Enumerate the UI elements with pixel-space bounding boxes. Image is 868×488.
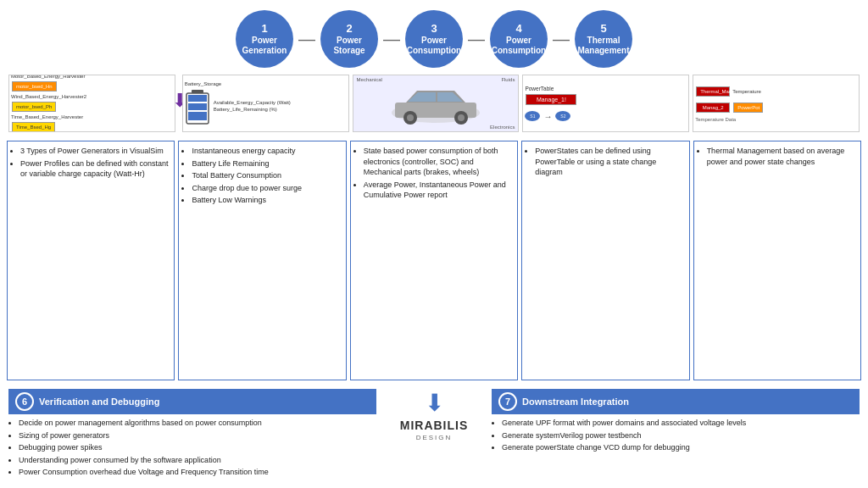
thermal-block-1: Thermal_Manag. <box>696 86 730 97</box>
svg-rect-3 <box>188 103 207 110</box>
sim-container-5: Thermal_Manag. Temperature Manag_2 Power… <box>693 84 859 124</box>
thermal-row: Thermal_Manag. Temperature <box>695 86 857 97</box>
svg-point-13 <box>458 114 465 121</box>
thermal-row-2: Manag_2 PowerPot <box>695 102 857 114</box>
svg-rect-4 <box>188 112 207 120</box>
node-1: 1 PowerGeneration <box>236 10 293 68</box>
node-3: 3 PowerConsumption <box>405 10 463 68</box>
diag-box-5: Thermal_Manag. Temperature Manag_2 Power… <box>693 75 860 132</box>
diag-box-3: Mechanical Fluids Electronics <box>353 75 520 132</box>
section-6-num: 6 <box>15 392 34 411</box>
content-row: 3 Types of Power Generators in VisualSim… <box>7 141 861 380</box>
content-box-5: Thermal Management based on average powe… <box>693 141 861 380</box>
sec7-item-2: Generate systemVerilog power testbench <box>502 430 860 441</box>
svg-point-11 <box>407 114 414 121</box>
circle-1: 1 PowerGeneration <box>236 10 293 68</box>
section-6-bullets: Decide on power management algorithms ba… <box>8 418 376 478</box>
content-item-2-1: Instantaneous energy capacity <box>192 146 341 157</box>
content-item-1-1: 3 Types of Power Generators in VisualSim <box>20 146 170 157</box>
content-item-2-5: Battery Low Warnings <box>192 195 341 206</box>
diag-box-1: Motor_Based_Energy_Harvester motor_bsed_… <box>8 75 175 132</box>
motor-row: motor_bsed_Hn <box>11 80 173 92</box>
content-item-1-2: Power Profiles can be defined with const… <box>20 158 170 180</box>
sec6-item-2: Sizing of power generators <box>19 430 376 441</box>
svg-rect-2 <box>188 95 207 102</box>
state-node-2: S2 <box>555 111 570 121</box>
sim-container-4: PowerTable Manage_1! S1 → S2 <box>523 84 688 123</box>
state-diagram: S1 → S2 <box>525 111 687 121</box>
content-item-2-2: Battery Life Remaining <box>192 158 341 169</box>
diag-box-2: Battery_Storage Available_Energy_Capacit… <box>182 75 349 132</box>
section-6-title: Verification and Debugging <box>39 396 159 407</box>
mirabilis-center: ⬇ MIRABILIS DESIGN <box>383 389 485 441</box>
arrow-2-3: — <box>383 30 400 49</box>
thermal-block-2: Manag_2 <box>696 103 730 113</box>
circle-3-label: PowerConsumption <box>407 36 461 56</box>
circle-3-num: 3 <box>431 22 437 36</box>
wind-block: motor_bsed_Ph <box>12 102 56 112</box>
content-item-3-2: Average Power, Instantaneous Power and C… <box>364 180 513 201</box>
content-list-3: State based power consumption of both el… <box>355 146 513 201</box>
battery-storage-label: Battery_Storage <box>185 81 347 86</box>
top-flow: 1 PowerGeneration — 2 PowerStorage — 3 P… <box>7 7 861 69</box>
motor-label: Motor_Based_Energy_Harvester <box>11 75 173 79</box>
circle-4-label: PowerConsumption <box>492 36 546 56</box>
circle-5: 5 ThermalManagement <box>575 10 632 68</box>
content-list-5: Thermal Management based on average powe… <box>698 146 856 167</box>
content-item-2-4: Charge drop due to power surge <box>192 183 341 194</box>
wind-row: motor_bsed_Ph <box>11 101 173 113</box>
content-box-4: PowerStates can be defined using PowerTa… <box>521 141 689 380</box>
content-list-1: 3 Types of Power Generators in VisualSim… <box>12 146 170 180</box>
circle-2-num: 2 <box>346 22 352 36</box>
sec6-item-1: Decide on power management algorithms ba… <box>19 418 376 429</box>
fluids-label: Fluids <box>501 77 515 82</box>
circle-1-num: 1 <box>261 22 267 36</box>
logo-subtext: DESIGN <box>416 434 453 441</box>
battery-life-label: Battery_Life_Remaining (%) <box>214 107 291 114</box>
circle-2-label: PowerStorage <box>333 36 364 56</box>
main-container: 1 PowerGeneration — 2 PowerStorage — 3 P… <box>0 0 868 488</box>
car-svg <box>385 80 487 127</box>
section-7-list: Generate UPF format with power domains a… <box>492 418 860 453</box>
content-item-5-1: Thermal Management based on average powe… <box>707 146 856 167</box>
circle-3: 3 PowerConsumption <box>405 10 463 68</box>
node-5: 5 ThermalManagement <box>575 10 632 68</box>
circle-5-num: 5 <box>600 22 606 36</box>
battery-icon <box>185 88 210 126</box>
content-list-4: PowerStates can be defined using PowerTa… <box>526 146 684 178</box>
sec7-item-1: Generate UPF format with power domains a… <box>502 418 860 429</box>
sec6-item-5: Power Consumption overhead due Voltage a… <box>19 467 376 478</box>
arrow-3-4: — <box>468 30 485 49</box>
section-7-num: 7 <box>498 392 517 411</box>
motor-block: motor_bsed_Hn <box>12 81 57 92</box>
section-6-header: 6 Verification and Debugging <box>8 389 376 414</box>
section-7-title: Downstream Integration <box>522 396 629 407</box>
time-block: Time_Bsed_Hg <box>12 122 55 132</box>
tempdata-label: Temperature Data <box>695 117 857 122</box>
time-row: Time_Bsed_Hg <box>11 121 173 132</box>
circle-1-label: PowerGeneration <box>242 36 287 56</box>
sec7-item-3: Generate powerState change VCD dump for … <box>502 442 860 453</box>
circle-5-label: ThermalManagement <box>577 36 629 56</box>
middle-row: Motor_Based_Energy_Harvester motor_bsed_… <box>7 75 861 136</box>
sec6-item-3: Debugging power spikes <box>19 442 376 453</box>
bottom-row: 6 Verification and Debugging Decide on p… <box>7 385 861 481</box>
content-item-4-1: PowerStates can be defined using PowerTa… <box>535 146 684 178</box>
mirabilis-logo: ⬇ MIRABILIS DESIGN <box>400 389 469 441</box>
section-6-container: 6 Verification and Debugging Decide on p… <box>8 389 376 480</box>
powerpot-block: PowerPot <box>733 103 763 113</box>
node-4: 4 PowerConsumption <box>490 10 548 68</box>
electronics-label: Electronics <box>490 125 515 130</box>
content-item-2-3: Total Battery Consumption <box>192 170 341 181</box>
powertable-block: Manage_1! <box>526 94 576 105</box>
section-7-container: 7 Downstream Integration Generate UPF fo… <box>492 389 860 455</box>
sec6-item-4: Understanding power consumed by the soft… <box>19 455 376 466</box>
diag-box-4: PowerTable Manage_1! S1 → S2 <box>522 75 689 132</box>
state-arrow: → <box>543 112 552 121</box>
circle-4-num: 4 <box>515 22 521 36</box>
content-box-1: 3 Types of Power Generators in VisualSim… <box>7 141 175 380</box>
temp-label: Temperature <box>732 89 761 94</box>
circle-4: 4 PowerConsumption <box>490 10 548 68</box>
arrow-4-5: — <box>553 30 570 49</box>
battery-cap-label: Available_Energy_Capacity (Watt) <box>214 100 291 107</box>
